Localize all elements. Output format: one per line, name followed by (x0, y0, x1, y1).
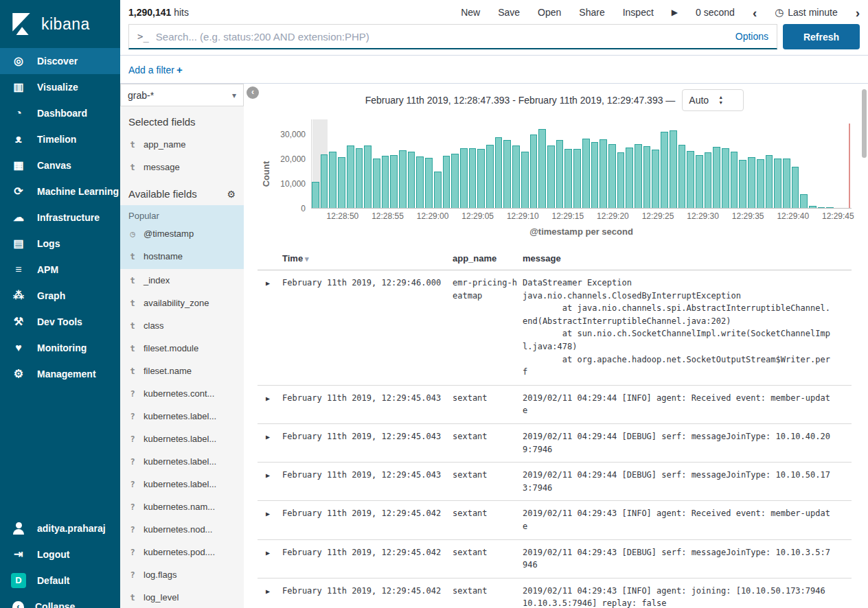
histogram-bar[interactable] (687, 151, 694, 208)
histogram-bar[interactable] (547, 145, 555, 208)
expand-row-icon[interactable]: ▶ (258, 395, 270, 402)
histogram-bar[interactable] (608, 144, 616, 208)
histogram-bar[interactable] (783, 159, 790, 208)
gear-icon[interactable]: ⚙ (227, 189, 236, 200)
field-item[interactable]: ? kubernetes.pod.... (120, 541, 244, 563)
time-next-icon[interactable]: › (856, 6, 860, 19)
index-pattern-select[interactable]: grab-* ▾ (120, 84, 244, 106)
interval-select[interactable]: Auto ▲▼ (682, 89, 744, 111)
field-item[interactable]: t class (120, 314, 244, 337)
expand-row-icon[interactable]: ▶ (258, 471, 270, 479)
histogram-bar[interactable] (425, 158, 433, 208)
kibana-logo[interactable]: kibana (0, 0, 120, 48)
refresh-interval[interactable]: 0 second (696, 7, 735, 18)
histogram-bar[interactable] (573, 149, 581, 208)
menu-share[interactable]: Share (579, 7, 604, 18)
field-item[interactable]: t hostname (120, 245, 244, 268)
sidebar-item[interactable]: ♥ Monitoring (0, 335, 120, 361)
histogram-bar[interactable] (521, 152, 529, 208)
sidebar-item[interactable]: ᴥ Timelion (0, 126, 120, 152)
histogram-bar[interactable] (731, 152, 738, 208)
expand-row-icon[interactable]: ▶ (258, 279, 270, 287)
histogram-bar[interactable] (599, 139, 607, 208)
histogram-bar[interactable] (486, 145, 494, 208)
field-item[interactable]: ? kubernetes.cont... (120, 382, 244, 405)
histogram-bar[interactable] (705, 152, 712, 208)
expand-row-icon[interactable]: ▶ (258, 433, 270, 441)
expand-row-icon[interactable]: ▶ (258, 587, 270, 595)
histogram-bar[interactable] (382, 156, 389, 208)
histogram-bar[interactable] (408, 152, 415, 208)
histogram-bar[interactable] (826, 207, 834, 208)
histogram-bar[interactable] (477, 149, 485, 208)
histogram-bar[interactable] (809, 206, 816, 208)
field-item[interactable]: t fileset.name (120, 360, 244, 382)
menu-inspect[interactable]: Inspect (623, 7, 654, 18)
histogram-bar[interactable] (451, 154, 459, 208)
collapse-panel-icon[interactable]: ‹ (247, 86, 259, 99)
sidebar-item[interactable]: ⚙ Management (0, 361, 120, 387)
time-picker[interactable]: ◷ Last minute (775, 6, 837, 19)
field-item[interactable]: t app_name (120, 133, 244, 156)
histogram-bar[interactable] (329, 152, 336, 208)
sidebar-item[interactable]: ◔ Dashboard (0, 100, 120, 126)
histogram-bar[interactable] (434, 172, 442, 208)
app-name-column-header[interactable]: app_name (453, 253, 523, 264)
histogram-bar[interactable] (696, 155, 703, 208)
scrollbar-thumb[interactable] (862, 89, 867, 158)
sidebar-footer-item[interactable]: ‹ Collapse (0, 594, 120, 608)
histogram-bar[interactable] (713, 147, 720, 208)
field-item[interactable]: t fileset.module (120, 337, 244, 360)
histogram-bar[interactable] (364, 145, 372, 208)
expand-row-icon[interactable]: ▶ (258, 549, 270, 557)
sidebar-item[interactable]: ▦ Canvas (0, 152, 120, 178)
histogram-bar[interactable] (635, 144, 642, 208)
refresh-button[interactable]: Refresh (783, 24, 860, 49)
field-item[interactable]: ? kubernetes.nam... (120, 495, 244, 518)
histogram-bar[interactable] (469, 148, 477, 208)
sidebar-item[interactable]: ☁ Infrastructure (0, 204, 120, 231)
histogram-bar[interactable] (347, 145, 354, 208)
histogram-bar[interactable] (591, 142, 599, 208)
menu-open[interactable]: Open (538, 7, 561, 18)
histogram-bar[interactable] (722, 148, 729, 208)
options-link[interactable]: Options (735, 31, 768, 42)
sidebar-item[interactable]: ◎ Discover (0, 48, 120, 74)
field-item[interactable]: t message (120, 156, 244, 178)
field-item[interactable]: ? log.flags (120, 563, 244, 586)
histogram-bar[interactable] (321, 154, 328, 208)
histogram-bar[interactable] (538, 129, 546, 208)
menu-new[interactable]: New (461, 7, 480, 18)
field-item[interactable]: ? kubernetes.nod... (120, 518, 244, 541)
sidebar-footer-item[interactable]: ⇥ Logout (0, 541, 120, 568)
message-column-header[interactable]: message (523, 253, 852, 264)
histogram-bar[interactable] (643, 146, 651, 208)
field-item[interactable]: t log_level (120, 586, 244, 608)
sidebar-footer-item[interactable]: D Default (0, 568, 120, 594)
sidebar-item[interactable]: ▥ Visualize (0, 74, 120, 100)
sidebar-item[interactable]: ≡ APM (0, 257, 120, 283)
histogram-bar[interactable] (416, 156, 424, 208)
histogram-bar[interactable] (443, 156, 450, 208)
sidebar-item[interactable]: ⚒ Dev Tools (0, 309, 120, 335)
histogram-bar[interactable] (512, 145, 520, 208)
histogram-bar[interactable] (626, 148, 633, 208)
field-item[interactable]: ? kubernetes.label... (120, 428, 244, 450)
histogram-bar[interactable] (774, 159, 781, 208)
time-column-header[interactable]: Time▾ (282, 253, 453, 264)
histogram-bar[interactable] (766, 155, 773, 208)
histogram-bar[interactable] (399, 150, 407, 208)
histogram-bar[interactable] (792, 167, 799, 208)
sidebar-item[interactable]: ⟳ Machine Learning (0, 178, 120, 204)
histogram-bar[interactable] (757, 159, 764, 209)
menu-save[interactable]: Save (498, 7, 520, 18)
sidebar-footer-item[interactable]: aditya.praharaj (0, 515, 120, 541)
histogram-bar[interactable] (556, 140, 564, 208)
histogram-bar[interactable] (460, 148, 468, 208)
histogram-bar[interactable] (748, 157, 755, 208)
play-icon[interactable]: ▶ (672, 8, 678, 17)
search-input[interactable] (156, 31, 729, 43)
field-item[interactable]: ? kubernetes.label... (120, 405, 244, 428)
field-item[interactable]: ◷ @timestamp (120, 222, 244, 245)
histogram-bar[interactable] (739, 160, 746, 208)
